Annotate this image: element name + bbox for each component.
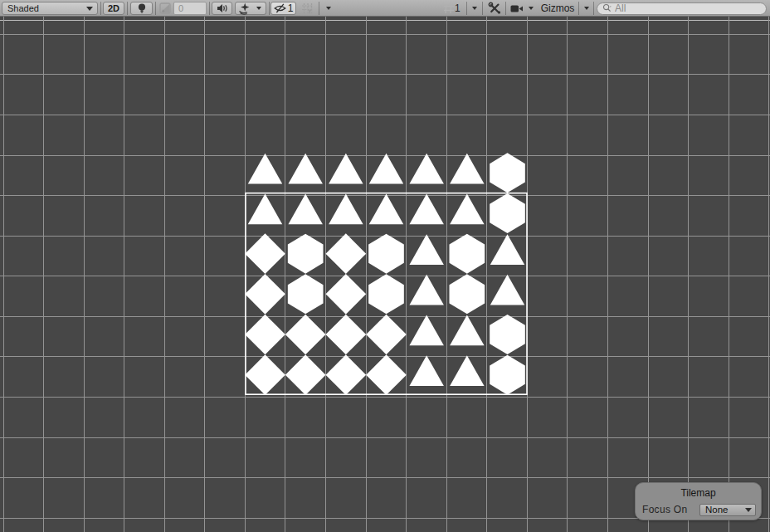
tile-triangle: [450, 315, 484, 345]
scene-camera-button[interactable]: [508, 2, 525, 15]
tile-diamond: [326, 315, 367, 355]
tilemap-panel-title: Tilemap: [636, 487, 761, 499]
tilemap-sprites: [245, 153, 528, 395]
shading-mode-dropdown[interactable]: Shaded: [2, 2, 98, 15]
tile-hexagon: [490, 315, 525, 354]
tile-diamond: [326, 354, 367, 395]
grid-line: [0, 477, 770, 478]
tile-hexagon: [368, 274, 404, 314]
focus-on-label: Focus On: [642, 504, 687, 515]
search-input[interactable]: [615, 2, 748, 14]
tile-hexagon: [490, 355, 525, 395]
grid-line: [0, 34, 770, 35]
camera-icon: [510, 4, 524, 13]
tile-triangle: [450, 355, 484, 386]
tile-triangle: [369, 154, 403, 184]
tile-triangle: [409, 355, 443, 386]
grid-axis-button[interactable]: 1: [443, 2, 465, 15]
shading-mode-label: Shaded: [2, 3, 86, 13]
tile-hexagon: [288, 234, 324, 274]
tile-triangle: [409, 315, 443, 345]
grid-line: [124, 17, 124, 532]
scene-audio-button[interactable]: [212, 2, 232, 15]
tile-diamond: [366, 354, 407, 395]
tile-diamond: [326, 274, 367, 315]
tile-hexagon: [288, 274, 324, 314]
exposure-value: 0: [178, 3, 183, 13]
unity-scene-view: Shaded 2D 0: [0, 0, 770, 532]
chevron-down-icon: [326, 7, 331, 10]
tile-hexagon: [490, 193, 525, 233]
eye-slash-icon: [274, 3, 286, 13]
grid-icon: [443, 2, 455, 14]
tile-triangle: [288, 193, 322, 224]
wrench-screwdriver-icon: [488, 2, 501, 15]
tile-triangle: [409, 154, 443, 184]
tile-triangle: [248, 154, 282, 184]
grid-line: [0, 437, 770, 438]
speaker-icon: [217, 3, 228, 13]
tile-triangle: [450, 193, 484, 224]
focus-on-dropdown[interactable]: None: [699, 504, 756, 516]
tile-diamond: [285, 354, 326, 395]
scene-top-edge-line: [0, 20, 770, 21]
tile-triangle: [409, 193, 443, 224]
grid-line: [43, 17, 44, 532]
grid-line: [84, 17, 85, 532]
tile-triangle: [329, 154, 363, 184]
gizmos-dropdown-button[interactable]: [580, 2, 592, 15]
tile-triangle: [490, 234, 524, 265]
search-icon: [602, 3, 612, 13]
chevron-down-icon: [256, 7, 261, 10]
exposure-value-field: 0: [173, 2, 207, 15]
lightbulb-icon: [136, 2, 148, 14]
grid-line: [204, 17, 205, 532]
grid-line: [607, 17, 608, 532]
tile-triangle: [490, 275, 524, 305]
gizmos-label: Gizmos: [541, 2, 575, 14]
tile-triangle: [409, 275, 443, 305]
tile-diamond: [326, 233, 367, 274]
chevron-down-icon: [472, 7, 477, 10]
grid-line: [164, 17, 165, 532]
component-tools-button[interactable]: [485, 2, 504, 15]
toggle-2d-label: 2D: [108, 3, 119, 13]
grid-line: [0, 74, 770, 75]
scene-lighting-button[interactable]: [130, 2, 153, 15]
scene-viewport[interactable]: [0, 17, 770, 532]
grid-axis-count: 1: [455, 2, 461, 14]
grid-line: [768, 17, 769, 532]
tile-hexagon: [450, 274, 485, 314]
tile-diamond: [245, 274, 285, 315]
scene-search-field[interactable]: [597, 2, 767, 15]
scene-effects-button[interactable]: [235, 2, 253, 15]
tilemap-overlay-panel: Tilemap Focus On None: [635, 482, 762, 520]
toggle-2d-button[interactable]: 2D: [103, 2, 124, 15]
tile-triangle: [369, 193, 403, 224]
grid-line: [688, 17, 689, 532]
tile-hexagon: [490, 153, 525, 193]
exposure-icon: [158, 2, 173, 15]
tile-triangle: [450, 154, 484, 184]
tile-triangle: [288, 154, 322, 184]
camera-dropdown-button[interactable]: [525, 2, 536, 15]
tile-diamond: [285, 315, 326, 355]
grid-line: [567, 17, 568, 532]
chevron-down-icon: [86, 7, 93, 11]
grid-line: [0, 397, 770, 398]
tile-diamond: [366, 315, 407, 355]
grid-settings-dropdown-button[interactable]: [322, 2, 335, 15]
scene-visibility-toggle[interactable]: 1: [270, 2, 296, 15]
grid-axis-dropdown-button[interactable]: [468, 2, 481, 15]
chevron-down-icon: [529, 7, 534, 10]
scene-toolbar: Shaded 2D 0: [0, 0, 770, 17]
tile-diamond: [245, 354, 285, 395]
grid-settings-icon: [299, 2, 316, 15]
hidden-objects-count: 1: [288, 2, 294, 14]
gizmos-button[interactable]: Gizmos: [538, 2, 578, 15]
tile-hexagon: [368, 234, 404, 274]
tile-hexagon: [450, 234, 485, 274]
tile-triangle: [409, 234, 443, 265]
effects-dropdown-button[interactable]: [252, 2, 266, 15]
grid-line: [3, 17, 4, 532]
